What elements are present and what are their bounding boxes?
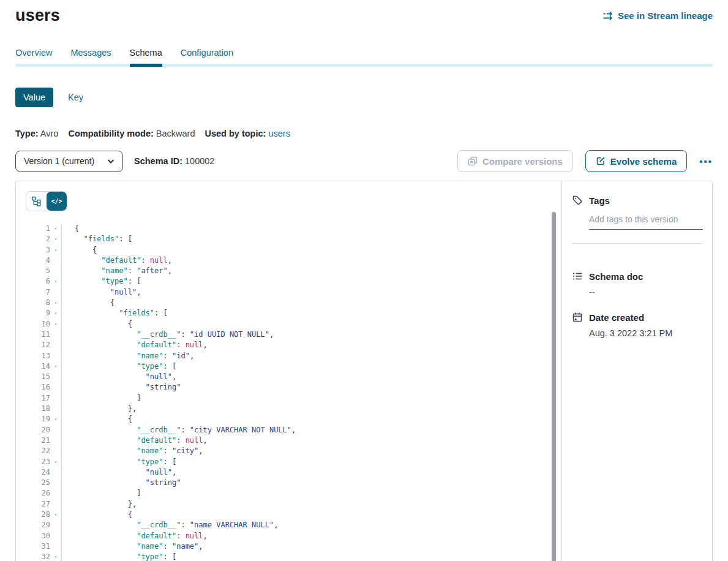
line-number: 5 [26, 266, 50, 276]
key-tab-button[interactable]: Key [68, 92, 83, 102]
tab-overview[interactable]: Overview [15, 48, 52, 67]
line-number: 16 [26, 382, 50, 393]
code-line: 9▾ "fields": [ [26, 308, 561, 318]
version-bar-left: Version 1 (current) Schema ID: 100002 [15, 151, 214, 172]
fold-spacer [50, 329, 61, 340]
tab-schema[interactable]: Schema [130, 48, 162, 67]
tags-heading-label: Tags [589, 195, 610, 206]
fold-spacer [50, 404, 61, 414]
code-line-text: ] [62, 488, 141, 499]
fold-toggle-icon[interactable]: ▾ [50, 245, 61, 255]
stream-lineage-label: See in Stream lineage [618, 10, 713, 21]
line-number: 15 [26, 372, 50, 382]
code-line-text: { [62, 245, 97, 255]
line-number: 27 [26, 499, 50, 510]
fold-toggle-icon[interactable]: ▾ [50, 308, 61, 318]
schema-code-area: </> 1▾{2▾ "fields": [3▾ {4 "default": nu… [16, 181, 561, 561]
code-line: 2▾ "fields": [ [26, 234, 561, 244]
code-line: 17 ] [26, 393, 561, 404]
line-number: 26 [26, 488, 50, 499]
edit-icon [596, 156, 606, 166]
code-line-text: { [62, 319, 132, 329]
code-line: 12 "default": null, [26, 340, 561, 350]
evolve-schema-button[interactable]: Evolve schema [585, 150, 687, 172]
code-line: 23▾ "type": [ [26, 457, 561, 467]
list-icon [572, 271, 583, 282]
line-number: 13 [26, 351, 50, 361]
schema-doc-section: Schema doc -- [572, 271, 703, 297]
code-line-text: ] [62, 393, 141, 404]
code-line-text: "name": "after", [62, 266, 172, 276]
tag-icon [572, 195, 583, 206]
add-tags-input[interactable] [589, 213, 703, 230]
code-scrollbar-thumb[interactable] [552, 212, 556, 561]
line-number: 20 [26, 425, 50, 435]
schema-meta-row: Type: Avro Compatibility mode: Backward … [15, 129, 713, 138]
schema-page: users See in Stream lineage OverviewMess… [0, 0, 728, 561]
code-line: 25 "string" [26, 478, 561, 488]
code-line-text: "type": [ [62, 457, 176, 467]
code-line-text: "name": "name", [62, 541, 203, 552]
code-line-text: { [62, 414, 132, 424]
line-number: 19 [26, 414, 50, 424]
tree-view-button[interactable] [26, 192, 47, 211]
date-created-value: Aug. 3 2022 3:21 PM [589, 328, 703, 338]
code-line-text: "type": [ [62, 552, 176, 561]
schema-doc-heading: Schema doc [572, 271, 703, 282]
version-bar-actions: Compare versions Evolve schema ••• [457, 150, 713, 172]
code-line-text: "fields": [ [62, 308, 168, 318]
code-line: 1▾{ [26, 224, 561, 234]
code-line: 16 "string" [26, 382, 561, 393]
fold-toggle-icon[interactable]: ▾ [50, 510, 61, 520]
fold-toggle-icon[interactable]: ▾ [50, 457, 61, 467]
date-created-section: Date created Aug. 3 2022 3:21 PM [572, 312, 703, 338]
fold-spacer [50, 340, 61, 350]
topic-link[interactable]: users [268, 129, 290, 138]
code-view-icon: </> [51, 198, 62, 205]
value-key-toggle: Value Key [15, 88, 713, 107]
code-line: 10▾ { [26, 319, 561, 329]
code-line-text: "fields": [ [62, 234, 132, 244]
version-select[interactable]: Version 1 (current) [15, 151, 123, 172]
line-number: 10 [26, 319, 50, 329]
code-line: 32▾ "type": [ [26, 552, 561, 561]
fold-spacer [50, 446, 61, 456]
line-number: 11 [26, 329, 50, 340]
fold-toggle-icon[interactable]: ▾ [50, 234, 61, 244]
compare-versions-button[interactable]: Compare versions [457, 150, 573, 172]
line-number: 4 [26, 255, 50, 266]
fold-spacer [50, 255, 61, 266]
tab-messages[interactable]: Messages [70, 48, 111, 67]
line-number: 30 [26, 531, 50, 541]
stream-lineage-link[interactable]: See in Stream lineage [602, 10, 713, 21]
more-options-button[interactable]: ••• [699, 156, 713, 167]
fold-spacer [50, 435, 61, 446]
value-tab-button[interactable]: Value [15, 88, 53, 107]
code-line-text: "__crdb__": "id UUID NOT NULL", [62, 329, 274, 340]
fold-toggle-icon[interactable]: ▾ [50, 361, 61, 372]
code-line: 11 "__crdb__": "id UUID NOT NULL", [26, 329, 561, 340]
fold-spacer [50, 467, 61, 478]
meta-compat-label: Compatibility mode: [68, 129, 153, 138]
view-mode-toggle: </> [26, 191, 67, 211]
fold-toggle-icon[interactable]: ▾ [50, 276, 61, 287]
evolve-schema-label: Evolve schema [610, 156, 677, 167]
fold-toggle-icon[interactable]: ▾ [50, 319, 61, 329]
fold-toggle-icon[interactable]: ▾ [50, 414, 61, 424]
tree-view-icon [31, 196, 42, 206]
fold-spacer [50, 541, 61, 552]
fold-spacer [50, 287, 61, 298]
sidebar-divider [572, 243, 703, 244]
code-view-button[interactable]: </> [47, 192, 67, 211]
code-line-text: "type": [ [62, 276, 141, 287]
fold-toggle-icon[interactable]: ▾ [50, 552, 61, 561]
line-number: 18 [26, 404, 50, 414]
fold-toggle-icon[interactable]: ▾ [50, 298, 61, 308]
line-number: 2 [26, 234, 50, 244]
code-line-text: "type": [ [62, 361, 176, 372]
fold-spacer [50, 372, 61, 382]
code-line-text: "null", [62, 287, 141, 298]
fold-toggle-icon[interactable]: ▾ [50, 224, 61, 234]
code-lines: 1▾{2▾ "fields": [3▾ {4 "default": null,5… [26, 224, 561, 561]
tab-configuration[interactable]: Configuration [181, 48, 233, 67]
